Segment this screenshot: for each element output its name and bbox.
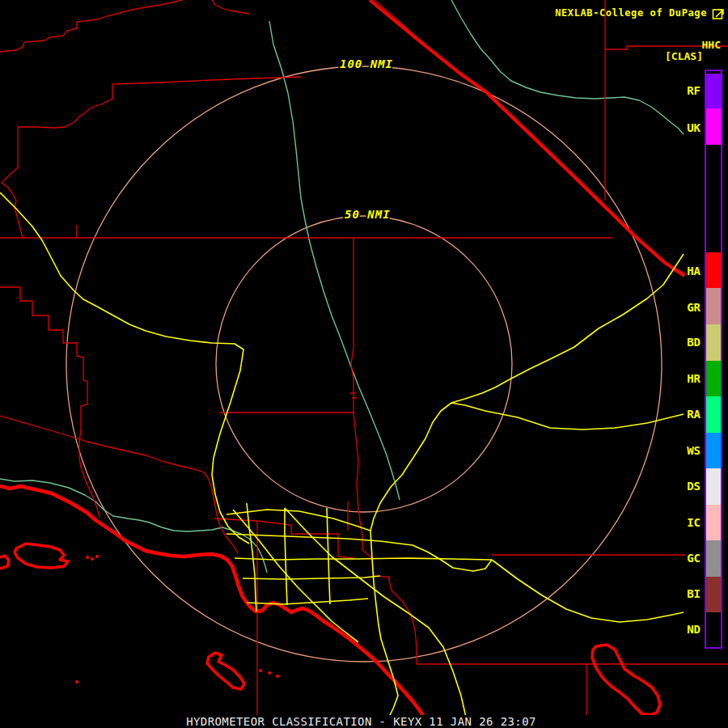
legend-label-HA: HA	[687, 265, 700, 277]
rivers	[0, 0, 684, 573]
legend-color-scale	[705, 70, 722, 649]
county-borders	[0, 0, 728, 718]
lake-southeast	[592, 645, 660, 715]
ring-100nmi	[66, 66, 662, 662]
radar-screen: 100 NMI 50 NMI NEXLAB-College of DuPage …	[0, 0, 728, 728]
highway-southeast	[492, 560, 684, 622]
legend-seg-RF	[706, 74, 721, 108]
islands	[0, 544, 660, 715]
legend-label-UK: UK	[687, 121, 700, 134]
range-rings	[66, 66, 662, 662]
legend-label-RF: RF	[687, 84, 700, 97]
legend-label-RA: RA	[687, 408, 700, 421]
legend-label-DS: DS	[687, 480, 700, 493]
expand-link-icon[interactable]	[712, 7, 725, 20]
river-northeast	[451, 0, 684, 134]
legend-label-IC: IC	[687, 516, 700, 529]
legend-seg-UK	[706, 108, 721, 145]
status-bar: HYDROMETEOR CLASSIFICATION - KEYX 11 JAN…	[0, 715, 722, 728]
page-title: NEXLAB-College of DuPage	[555, 7, 707, 19]
legend-seg-GC	[706, 540, 721, 577]
ring-label-100nmi: 100 NMI	[340, 57, 393, 70]
legend-seg-IC	[706, 505, 721, 540]
legend-label-GC: GC	[687, 552, 700, 565]
island-left-edge	[0, 556, 9, 569]
legend-seg-WS	[706, 433, 721, 468]
legend-seg-DS	[706, 468, 721, 505]
legend-seg-HR	[706, 361, 721, 396]
legend-seg-BD	[706, 324, 721, 361]
highways	[0, 193, 684, 728]
legend-label-GR: GR	[687, 301, 700, 314]
product-code: HHC	[702, 39, 721, 51]
legend-label-WS: WS	[687, 444, 700, 457]
legend-seg-GR	[706, 288, 721, 324]
state-border	[370, 0, 686, 276]
island-santa-cruz	[15, 544, 68, 568]
legend-seg-RA	[706, 396, 721, 433]
highway-network-la	[226, 503, 492, 728]
ring-50nmi	[216, 216, 512, 512]
legend-label-ND: ND	[687, 623, 700, 636]
island-dots	[75, 555, 279, 684]
radar-map: 100 NMI 50 NMI	[0, 0, 728, 728]
product-tag: [CLAS]	[665, 50, 703, 62]
river-center	[269, 21, 400, 500]
legend-label-BD: BD	[687, 336, 700, 349]
legend-seg-HA	[706, 252, 721, 288]
highway-east	[370, 403, 684, 531]
legend-seg-BI	[706, 577, 721, 612]
legend-seg-ND	[706, 612, 721, 646]
island-catalina	[207, 653, 244, 689]
legend-label-BI: BI	[687, 587, 700, 600]
ring-label-50nmi: 50 NMI	[345, 208, 391, 221]
legend-label-HR: HR	[687, 372, 700, 385]
